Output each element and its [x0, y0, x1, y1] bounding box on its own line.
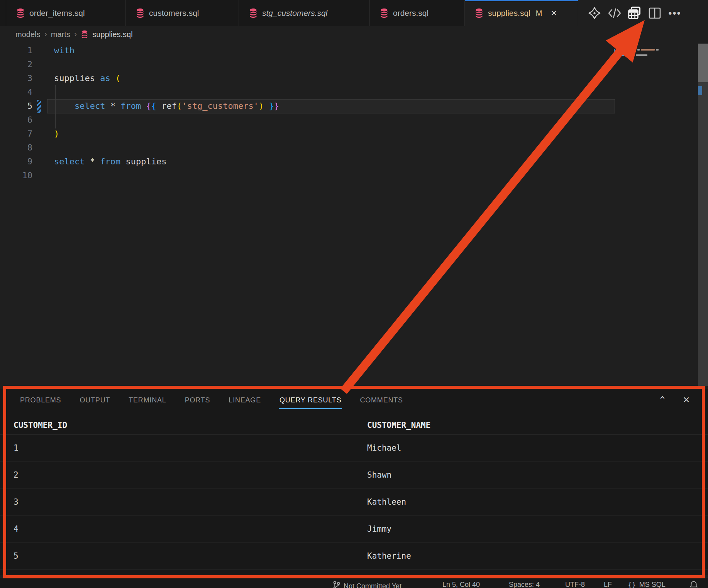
line-number: 4 [0, 85, 32, 99]
editor-tab-bar: order_items.sql customers.sql stg_custom… [0, 0, 708, 26]
panel-tab-comments[interactable]: COMMENTS [360, 389, 403, 411]
panel-tab-query-results[interactable]: QUERY RESULTS [279, 389, 341, 411]
status-label: UTF-8 [565, 581, 585, 588]
cell-customer-name: Michael [367, 434, 401, 461]
code-line-2: 2 [0, 57, 708, 71]
editor-scrollbar[interactable] [698, 44, 708, 386]
code-line-4: 4 [0, 85, 708, 99]
collapse-panel-icon[interactable]: ⌃ [656, 394, 669, 406]
tab-label: stg_customers.sql [262, 8, 327, 18]
query-results-icon[interactable] [625, 2, 645, 24]
code-text: select * from supplies [54, 155, 166, 169]
breadcrumb: models › marts › supplies.sql [0, 26, 618, 42]
chevron-right-icon: › [74, 29, 77, 39]
tab-label: customers.sql [149, 8, 199, 18]
breadcrumb-models[interactable]: models [15, 30, 40, 39]
status-eol[interactable]: LF [604, 581, 612, 588]
bottom-panel: PROBLEMSOUTPUTTERMINALPORTSLINEAGEQUERY … [0, 389, 708, 575]
close-tab-icon[interactable]: ✕ [550, 8, 557, 18]
database-icon [380, 8, 388, 18]
editor-tab-order_items.sql[interactable]: order_items.sql [6, 0, 126, 26]
braces-icon: {} [628, 581, 636, 588]
line-number: 8 [0, 141, 32, 155]
panel-tab-ports[interactable]: PORTS [185, 389, 210, 411]
code-text: with [54, 44, 75, 57]
database-icon [249, 8, 257, 18]
status-label: Not Committed Yet [344, 582, 401, 588]
overview-ruler-modified-marker [698, 86, 702, 95]
panel-tab-problems[interactable]: PROBLEMS [20, 389, 61, 411]
breadcrumb-marts[interactable]: marts [51, 30, 70, 39]
status-encoding[interactable]: UTF-8 [565, 581, 585, 588]
editor-tab-stg_customers.sql[interactable]: stg_customers.sql [239, 0, 370, 26]
table-row[interactable]: 1Michael [0, 434, 708, 461]
editor-actions-toolbar: ••• [578, 0, 708, 26]
code-line-10: 10 [0, 169, 708, 182]
code-line-6: 6 [0, 113, 708, 127]
code-line-5: 5 select * from {{ ref('stg_customers') … [0, 99, 708, 113]
status-notifications[interactable] [689, 581, 698, 588]
line-number: 2 [0, 57, 32, 71]
bell-icon [689, 581, 698, 588]
code-text: ) [54, 127, 59, 141]
line-number: 1 [0, 44, 32, 57]
close-panel-icon[interactable]: ✕ [680, 395, 693, 405]
more-actions-icon[interactable]: ••• [665, 2, 685, 24]
scrollbar-slider[interactable] [698, 44, 708, 82]
table-row[interactable]: 4Jimmy [0, 515, 708, 542]
status-bar: Not Committed YetLn 5, Col 40Spaces: 4UT… [0, 578, 708, 588]
editor-tab-orders.sql[interactable]: orders.sql [370, 0, 465, 26]
code-line-7: 7) [0, 127, 708, 141]
tab-bar-left-pad [0, 0, 6, 26]
code-line-3: 3supplies as ( [0, 71, 708, 85]
code-text: select * from {{ ref('stg_customers') }} [54, 99, 279, 113]
database-icon [81, 30, 88, 39]
status-indentation[interactable]: Spaces: 4 [509, 581, 540, 588]
table-header-row: CUSTOMER_ID CUSTOMER_NAME [0, 416, 708, 434]
tab-label: supplies.sql [488, 8, 530, 18]
status-label: MS SQL [639, 581, 666, 588]
code-line-9: 9select * from supplies [0, 155, 708, 169]
minimap-git-marker [614, 49, 615, 52]
panel-tab-output[interactable]: OUTPUT [80, 389, 110, 411]
editor-tab-supplies.sql[interactable]: supplies.sqlM✕ [465, 0, 578, 26]
line-number: 5 [0, 99, 32, 113]
database-icon [16, 8, 25, 18]
minimap[interactable] [616, 44, 659, 57]
table-row[interactable]: 3Kathleen [0, 488, 708, 515]
code-text: supplies as ( [54, 71, 120, 85]
table-row[interactable]: 2Shawn [0, 461, 708, 488]
database-icon [136, 8, 144, 18]
git-branch-icon [333, 581, 340, 588]
panel-actions: ⌃ ✕ [656, 389, 693, 411]
code-editor[interactable]: 1with23supplies as (45 select * from {{ … [0, 42, 708, 386]
status-cursor-position[interactable]: Ln 5, Col 40 [442, 581, 480, 588]
database-icon [475, 8, 483, 18]
dbt-logo-icon[interactable] [584, 2, 605, 24]
cell-customer-name: Jimmy [367, 515, 391, 542]
chevron-right-icon: › [44, 29, 47, 39]
editor-tab-customers.sql[interactable]: customers.sql [126, 0, 239, 26]
status-language-mode[interactable]: {}MS SQL [628, 581, 666, 588]
code-preview-icon[interactable] [605, 2, 625, 24]
column-header-customer-id[interactable]: CUSTOMER_ID [14, 416, 67, 434]
column-header-customer-name[interactable]: CUSTOMER_NAME [367, 416, 430, 434]
breadcrumb-file[interactable]: supplies.sql [92, 30, 133, 39]
cell-customer-name: Kathleen [367, 488, 406, 515]
query-results-table: CUSTOMER_ID CUSTOMER_NAME 1Michael2Shawn… [0, 416, 708, 569]
modified-badge: M [536, 9, 542, 18]
panel-tab-lineage[interactable]: LINEAGE [229, 389, 261, 411]
cell-customer-id: 5 [14, 542, 19, 569]
tab-label: order_items.sql [29, 8, 85, 18]
split-editor-icon[interactable] [645, 2, 665, 24]
table-row[interactable]: 5Katherine [0, 542, 708, 569]
line-number: 3 [0, 71, 32, 85]
tab-label: orders.sql [393, 8, 429, 18]
cell-customer-id: 3 [14, 488, 19, 515]
cell-customer-id: 2 [14, 461, 19, 488]
panel-tab-terminal[interactable]: TERMINAL [129, 389, 166, 411]
status-label: LF [604, 581, 612, 588]
status-git-status[interactable]: Not Committed Yet [333, 581, 401, 588]
cell-customer-id: 4 [14, 515, 19, 542]
panel-tab-bar: PROBLEMSOUTPUTTERMINALPORTSLINEAGEQUERY … [0, 389, 708, 411]
